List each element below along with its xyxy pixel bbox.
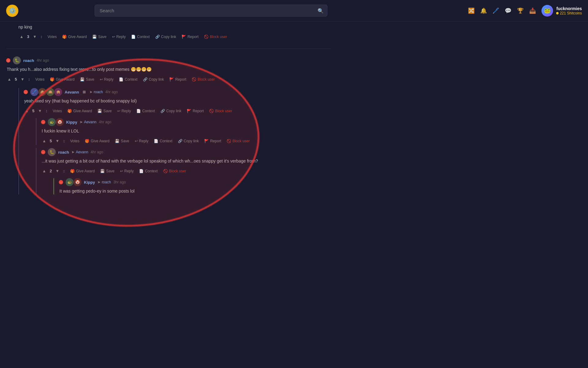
copy-link-btn-r[interactable]: 🔗 Copy link — [141, 77, 165, 82]
save-btn-k1[interactable]: 💾 Save — [113, 138, 130, 144]
reply-btn-r2[interactable]: ↩ Reply — [119, 168, 135, 174]
reply-to-aevann2[interactable]: Aevann — [76, 150, 88, 154]
username-aevann[interactable]: Aevann — [65, 90, 79, 94]
comment-body-roach: Thank you h...also address fixing text r… — [6, 66, 331, 73]
vote-shuffle-kippy1[interactable]: ↕ — [62, 138, 66, 144]
reply-btn-k1[interactable]: ↩ Reply — [133, 138, 150, 144]
save-btn[interactable]: 💾 Save — [91, 34, 108, 40]
report-btn-a[interactable]: 🚩 Report — [185, 108, 205, 114]
collapse-btn[interactable]: – — [6, 58, 10, 63]
vote-group: ▲ 3 ▼ ↕ — [18, 34, 43, 40]
user-profile[interactable]: 🐸 fucknormies 221 Shitcoins — [541, 5, 582, 17]
block-user-btn[interactable]: 🚫 Block user — [202, 34, 228, 40]
avatar-roach2: 🐛 — [48, 148, 56, 156]
downvote-kippy1[interactable]: ▼ — [54, 138, 61, 144]
reply-to-aevann[interactable]: Aevann — [84, 120, 96, 124]
search-button[interactable]: 🔍 — [318, 8, 324, 13]
shuffle-icon[interactable]: 🔀 — [468, 7, 475, 14]
report-btn[interactable]: 🚩 Report — [180, 34, 200, 40]
reply-btn[interactable]: ↩ Reply — [111, 34, 127, 40]
collapse-btn-aevann[interactable]: – — [24, 90, 28, 94]
avatar-kippy2b: 🤡 — [74, 178, 81, 186]
avatar-kippy1: 🐢 — [48, 118, 56, 126]
context-btn-k1[interactable]: 📄 Context — [152, 138, 174, 144]
votes-btn-a[interactable]: Votes — [51, 108, 63, 114]
inbox-icon[interactable]: 📥 — [529, 7, 536, 14]
reply-to-roach[interactable]: roach — [94, 90, 103, 94]
upvote-aevann[interactable]: ▲ — [24, 108, 30, 114]
collapse-btn-roach2[interactable]: – — [41, 150, 45, 154]
award-grid: ⊞ — [81, 89, 87, 95]
username-roach2[interactable]: roach — [58, 150, 69, 155]
give-award-btn-r[interactable]: 🎁 Give Award — [48, 77, 76, 82]
compose-icon[interactable]: 🖊️ — [492, 7, 499, 14]
block-user-btn-r[interactable]: 🚫 Block user — [190, 77, 216, 82]
upvote-button[interactable]: ▲ — [18, 34, 25, 40]
give-award-btn-r2[interactable]: 🎁 Give Award — [69, 168, 96, 174]
give-award-btn-a[interactable]: 🎁 Give Award — [66, 108, 93, 114]
upvote-button-roach[interactable]: ▲ — [6, 76, 13, 82]
give-award-btn[interactable]: 🎁 Give Award — [61, 34, 88, 40]
comment-kippy-1: – 🐢 🤡 Kippy ➤ Aevann 4hr ago I fuckin kn… — [36, 118, 331, 145]
downvote-aevann[interactable]: ▼ — [37, 108, 43, 114]
votes-btn-r[interactable]: Votes — [34, 77, 46, 82]
downvote-button-roach[interactable]: ▼ — [19, 76, 26, 82]
upvote-roach2[interactable]: ▲ — [41, 168, 47, 174]
main-content: np king ▲ 3 ▼ ↕ Votes 🎁 Give Award 💾 Sav… — [0, 0, 337, 194]
username-kippy1[interactable]: Kippy — [66, 120, 77, 125]
comment-body-kippy1: I fuckin knew it LOL — [41, 128, 331, 134]
vote-shuffle-roach[interactable]: ↕ — [27, 76, 32, 82]
comment-body-aevann: yeah fixed sry (that bug happened bc of … — [24, 98, 331, 104]
reply-btn-a[interactable]: ↩ Reply — [116, 108, 133, 114]
votes-btn-k1[interactable]: Votes — [69, 138, 81, 144]
vote-count-roach: 5 — [14, 77, 18, 82]
report-btn-r[interactable]: 🚩 Report — [168, 77, 188, 82]
vote-group-roach: ▲ 5 ▼ ↕ — [6, 76, 31, 82]
chat-icon[interactable]: 💬 — [505, 7, 511, 14]
notifications-icon[interactable]: 🔔 — [480, 7, 487, 14]
username-kippy2[interactable]: Kippy — [84, 180, 95, 185]
comment-header-aevann: – 🖊️ 🙈 🙉 🙊 Aevann ⊞ ➤ roach 4hr ago — [24, 88, 331, 96]
search-input[interactable] — [95, 5, 327, 17]
coin-icon — [556, 12, 559, 14]
context-btn[interactable]: 📄 Context — [130, 34, 151, 40]
give-award-btn-k1[interactable]: 🎁 Give Award — [83, 138, 111, 144]
copy-link-btn-k1[interactable]: 🔗 Copy link — [176, 138, 200, 144]
reply-btn-r[interactable]: ↩ Reply — [98, 77, 115, 82]
vote-count-kippy1: 5 — [49, 139, 53, 143]
vote-count: 3 — [26, 34, 30, 39]
context-btn-r2[interactable]: 📄 Context — [138, 168, 159, 174]
avatar-kippy2: 🐢 — [66, 178, 74, 186]
block-user-btn-a[interactable]: 🚫 Block user — [208, 108, 234, 114]
downvote-button[interactable]: ▼ — [32, 34, 38, 40]
collapse-btn-kippy2[interactable]: – — [59, 180, 63, 184]
upvote-kippy1[interactable]: ▲ — [41, 138, 47, 144]
copy-link-btn-a[interactable]: 🔗 Copy link — [159, 108, 183, 114]
vote-shuffle-aevann[interactable]: ↕ — [44, 108, 49, 114]
comment-roach-2: – 🐛 roach ➤ Aevann 4hr ago ...it was jus… — [36, 148, 331, 194]
avatar-aevann2: 🙈 — [38, 88, 46, 96]
block-user-btn-k1[interactable]: 🚫 Block user — [225, 138, 251, 144]
block-user-btn-r2[interactable]: 🚫 Block user — [162, 168, 188, 174]
vote-group-kippy1: ▲ 5 ▼ ↕ — [41, 138, 66, 144]
roach2-time: 4hr ago — [91, 150, 103, 154]
downvote-roach2[interactable]: ▼ — [54, 168, 61, 174]
vote-shuffle-roach2[interactable]: ↕ — [62, 168, 66, 174]
vote-shuffle[interactable]: ↕ — [39, 34, 44, 40]
site-logo[interactable]: ⚙️ — [6, 5, 18, 17]
votes-btn[interactable]: Votes — [46, 34, 58, 40]
save-btn-a[interactable]: 💾 Save — [96, 108, 113, 114]
save-btn-r[interactable]: 💾 Save — [78, 77, 96, 82]
comment-section: – 🐛 roach 4hr ago Thank you h...also add… — [6, 53, 331, 194]
username-roach[interactable]: roach — [23, 58, 34, 63]
trophy-icon[interactable]: 🏆 — [517, 7, 524, 14]
context-btn-a[interactable]: 📄 Context — [135, 108, 156, 114]
save-btn-r2[interactable]: 💾 Save — [99, 168, 116, 174]
report-btn-k1[interactable]: 🚩 Report — [203, 138, 223, 144]
reply-to-roach2[interactable]: roach — [102, 180, 111, 184]
comment-aevann: – 🖊️ 🙈 🙉 🙊 Aevann ⊞ ➤ roach 4hr ago yeah… — [18, 88, 331, 194]
context-btn-r[interactable]: 📄 Context — [117, 77, 139, 82]
collapse-btn-kippy1[interactable]: – — [41, 120, 45, 124]
coins-display: 221 Shitcoins — [556, 11, 582, 15]
copy-link-btn[interactable]: 🔗 Copy link — [154, 34, 178, 40]
